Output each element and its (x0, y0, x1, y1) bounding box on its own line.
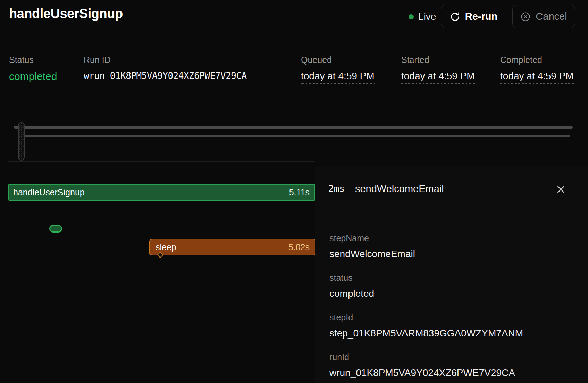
field-label: stepName (329, 233, 574, 243)
meta-run-id-value: wrun_01K8PM5VA9Y024XZ6PWE7V29CA (84, 71, 247, 81)
live-label: Live (418, 11, 436, 22)
field-label: runId (329, 352, 574, 362)
rerun-button[interactable]: Re-run (441, 5, 506, 28)
field-label: status (329, 272, 574, 283)
field-stepId: stepId step_01K8PM5VARM839GGA0WZYM7ANM (329, 312, 574, 339)
close-x-icon (555, 191, 566, 196)
field-label: stepId (329, 312, 574, 323)
step-detail-title: sendWelcomeEmail (355, 183, 444, 195)
close-panel-button[interactable] (555, 184, 566, 195)
gantt-bar-label: handleUserSignup (13, 187, 85, 197)
meta-completed-value: today at 4:59 PM (500, 71, 574, 84)
minimap-sleep-bar (20, 135, 570, 137)
field-status: status completed (329, 272, 574, 300)
field-value: step_01K8PM5VARM839GGA0WZYM7ANM (329, 327, 574, 339)
step-pill-marker[interactable] (49, 225, 62, 233)
timeline-minimap[interactable] (0, 115, 588, 162)
meta-queued: Queued today at 4:59 PM (301, 55, 375, 84)
meta-status-value: completed (9, 71, 57, 82)
meta-started-value: today at 4:59 PM (401, 71, 475, 84)
field-value: completed (329, 287, 574, 300)
rerun-label: Re-run (465, 11, 497, 22)
meta-queued-value: today at 4:59 PM (301, 71, 375, 84)
meta-started: Started today at 4:59 PM (401, 55, 475, 84)
meta-status-label: Status (9, 55, 57, 65)
gantt-bar-handleUserSignup[interactable]: handleUserSignup 5.11s (8, 184, 315, 201)
step-detail-fields: stepName sendWelcomeEmail status complet… (315, 211, 588, 379)
meta-run-id-label: Run ID (84, 55, 247, 65)
gantt-row-separator (8, 161, 315, 162)
workflow-run-page: handleUserSignup Live Re-run Cancel Stat… (0, 0, 588, 383)
cancel-button[interactable]: Cancel (512, 5, 575, 28)
step-detail-panel: 2ms sendWelcomeEmail stepName sendWelcom… (315, 166, 588, 383)
gantt-bar-duration: 5.11s (289, 187, 310, 197)
meta-status: Status completed (9, 55, 57, 82)
live-indicator: Live (409, 10, 436, 23)
field-runId: runId wrun_01K8PM5VA9Y024XZ6PWE7V29CA (329, 352, 574, 379)
gantt-bar-sleep[interactable]: sleep 5.02s (149, 239, 317, 255)
cancel-circle-icon (520, 11, 531, 22)
gantt-bar-label: sleep (156, 242, 176, 252)
meta-queued-label: Queued (301, 55, 375, 65)
minimap-workflow-bar (14, 126, 573, 129)
field-stepName: stepName sendWelcomeEmail (329, 233, 574, 260)
cancel-label: Cancel (536, 11, 567, 22)
meta-started-label: Started (401, 55, 475, 65)
live-dot-icon (409, 14, 414, 19)
field-value: wrun_01K8PM5VA9Y024XZ6PWE7V29CA (329, 367, 574, 379)
step-duration-badge: 2ms (328, 184, 345, 194)
field-value: sendWelcomeEmail (329, 248, 574, 260)
meta-completed: Completed today at 4:59 PM (500, 55, 574, 84)
meta-completed-label: Completed (500, 55, 574, 65)
header-divider (8, 101, 580, 101)
meta-run-id: Run ID wrun_01K8PM5VA9Y024XZ6PWE7V29CA (84, 55, 247, 81)
minimap-brush-handle[interactable] (18, 122, 25, 161)
gantt-bar-duration: 5.02s (288, 242, 310, 252)
step-detail-header: 2ms sendWelcomeEmail (315, 166, 588, 211)
page-title: handleUserSignup (9, 6, 123, 21)
refresh-icon (450, 11, 460, 22)
